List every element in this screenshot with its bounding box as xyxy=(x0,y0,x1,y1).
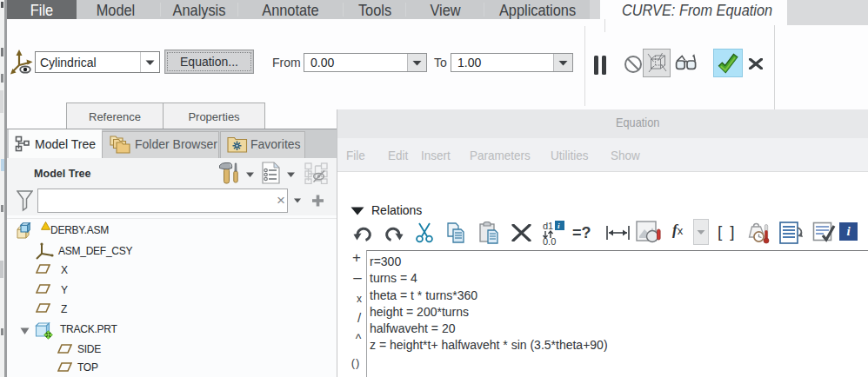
svg-text:0.0: 0.0 xyxy=(543,236,556,246)
svg-text:d1: d1 xyxy=(543,221,553,231)
